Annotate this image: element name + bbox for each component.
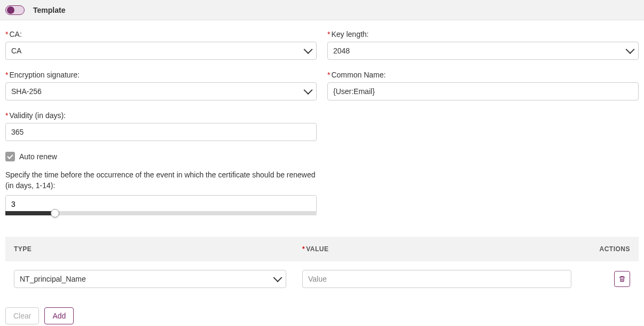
renew-helper-text: Specify the time before the occurrence o… xyxy=(5,170,317,191)
enc-label-text: Encryption signature: xyxy=(9,71,80,79)
keylen-field: *Key length: 2048 xyxy=(327,30,639,60)
header-value: *VALUE xyxy=(302,245,587,253)
keylen-select-wrap: 2048 xyxy=(327,42,639,60)
ca-label: *CA: xyxy=(5,30,317,38)
right-column: *Key length: 2048 *Common Name: xyxy=(327,30,639,215)
header-type: TYPE xyxy=(14,245,302,253)
enc-select[interactable]: SHA-256 xyxy=(5,82,317,100)
keylen-select[interactable]: 2048 xyxy=(327,42,639,60)
renew-slider-wrap xyxy=(5,195,317,215)
cn-label: *Common Name: xyxy=(327,71,639,79)
template-label: Template xyxy=(33,6,65,14)
row-type-select-wrap: NT_principal_Name xyxy=(14,270,286,288)
button-row: Clear Add xyxy=(0,297,644,326)
renew-slider-thumb[interactable] xyxy=(51,209,59,218)
header-actions: ACTIONS xyxy=(587,245,630,253)
delete-button[interactable] xyxy=(614,271,630,287)
check-icon xyxy=(7,153,13,159)
template-toggle[interactable] xyxy=(5,5,25,15)
autorenew-checkbox[interactable] xyxy=(5,152,15,161)
renew-slider-track[interactable] xyxy=(5,211,317,215)
cn-label-text: Common Name: xyxy=(331,71,386,79)
table-area: TYPE *VALUE ACTIONS NT_principal_Name xyxy=(5,237,639,297)
trash-icon xyxy=(618,275,626,283)
keylen-label: *Key length: xyxy=(327,30,639,38)
enc-select-wrap: SHA-256 xyxy=(5,82,317,100)
table-row: NT_principal_Name xyxy=(5,261,639,297)
row-actions-cell xyxy=(587,271,630,287)
toggle-knob xyxy=(7,6,14,14)
cn-field: *Common Name: xyxy=(327,71,639,100)
enc-field: *Encryption signature: SHA-256 xyxy=(5,71,317,100)
enc-label: *Encryption signature: xyxy=(5,71,317,79)
renew-slider-fill xyxy=(5,211,55,215)
left-column: *CA: CA *Encryption signature: SHA-256 *… xyxy=(5,30,317,215)
validity-input[interactable] xyxy=(5,123,317,141)
add-button[interactable]: Add xyxy=(44,307,74,324)
ca-field: *CA: CA xyxy=(5,30,317,60)
clear-button[interactable]: Clear xyxy=(5,307,39,324)
header-value-text: VALUE xyxy=(306,245,328,253)
template-header: Template xyxy=(0,0,644,20)
row-value-cell xyxy=(302,270,587,288)
keylen-label-text: Key length: xyxy=(331,30,368,38)
autorenew-label: Auto renew xyxy=(19,152,57,161)
ca-label-text: CA: xyxy=(9,30,21,38)
ca-select[interactable]: CA xyxy=(5,42,317,60)
validity-field: *Validity (in days): xyxy=(5,111,317,141)
table-header: TYPE *VALUE ACTIONS xyxy=(5,237,639,261)
validity-label-text: Validity (in days): xyxy=(9,111,66,120)
validity-label: *Validity (in days): xyxy=(5,111,317,120)
cn-input[interactable] xyxy=(327,82,639,100)
row-type-cell: NT_principal_Name xyxy=(14,270,302,288)
form-area: *CA: CA *Encryption signature: SHA-256 *… xyxy=(0,20,644,221)
row-value-input[interactable] xyxy=(302,270,571,288)
ca-select-wrap: CA xyxy=(5,42,317,60)
autorenew-row: Auto renew xyxy=(5,152,317,161)
row-type-select[interactable]: NT_principal_Name xyxy=(14,270,286,288)
